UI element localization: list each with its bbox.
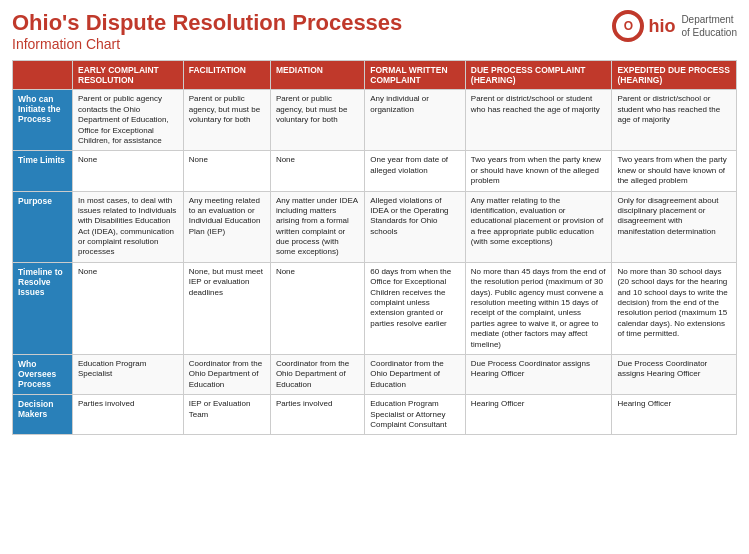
row-header-0: Who can Initiate the Process <box>13 90 73 151</box>
cell-r2-c0: In most cases, to deal with issues relat… <box>73 191 184 262</box>
page-title: Ohio's Dispute Resolution Processes <box>12 10 402 36</box>
cell-r4-c4: Due Process Coordinator assigns Hearing … <box>465 354 612 394</box>
cell-r2-c3: Alleged violations of IDEA or the Operat… <box>365 191 466 262</box>
row-header-3: Timeline to Resolve Issues <box>13 262 73 354</box>
ohio-logo: O hio <box>612 10 675 42</box>
col-header-fwc: FORMAL WRITTEN COMPLAINT <box>365 61 466 90</box>
cell-r2-c2: Any matter under IDEA including matters … <box>270 191 364 262</box>
cell-r3-c1: None, but must meet IEP or evaluation de… <box>183 262 270 354</box>
cell-r2-c5: Only for disagreement about disciplinary… <box>612 191 737 262</box>
cell-r3-c4: No more than 45 days from the end of the… <box>465 262 612 354</box>
page-header: Ohio's Dispute Resolution Processes Info… <box>12 10 737 52</box>
row-header-2: Purpose <box>13 191 73 262</box>
cell-r5-c0: Parties involved <box>73 395 184 435</box>
cell-r4-c5: Due Process Coordinator assigns Hearing … <box>612 354 737 394</box>
cell-r0-c4: Parent or district/school or student who… <box>465 90 612 151</box>
ohio-text: hio <box>648 16 675 37</box>
cell-r5-c3: Education Program Specialist or Attorney… <box>365 395 466 435</box>
ohio-o-icon: O <box>612 10 644 42</box>
cell-r0-c1: Parent or public agency, but must be vol… <box>183 90 270 151</box>
cell-r0-c3: Any individual or organization <box>365 90 466 151</box>
cell-r5-c5: Hearing Officer <box>612 395 737 435</box>
row-header-4: Who Oversees Process <box>13 354 73 394</box>
cell-r1-c2: None <box>270 151 364 191</box>
cell-r1-c3: One year from date of alleged violation <box>365 151 466 191</box>
cell-r2-c4: Any matter relating to the identificatio… <box>465 191 612 262</box>
col-header-edp: EXPEDITED DUE PROCESS (HEARING) <box>612 61 737 90</box>
cell-r5-c1: IEP or Evaluation Team <box>183 395 270 435</box>
table-row: PurposeIn most cases, to deal with issue… <box>13 191 737 262</box>
table-row: Timeline to Resolve IssuesNoneNone, but … <box>13 262 737 354</box>
cell-r5-c4: Hearing Officer <box>465 395 612 435</box>
col-header-ecr: EARLY COMPLAINT RESOLUTION <box>73 61 184 90</box>
table-row: Decision MakersParties involvedIEP or Ev… <box>13 395 737 435</box>
dept-text: Department of Education <box>681 13 737 39</box>
page-subtitle: Information Chart <box>12 36 402 52</box>
cell-r1-c5: Two years from when the party knew or sh… <box>612 151 737 191</box>
cell-r3-c5: No more than 30 school days (20 school d… <box>612 262 737 354</box>
row-header-1: Time Limits <box>13 151 73 191</box>
cell-r5-c2: Parties involved <box>270 395 364 435</box>
col-header-dpc: DUE PROCESS COMPLAINT (HEARING) <box>465 61 612 90</box>
cell-r4-c1: Coordinator from the Ohio Department of … <box>183 354 270 394</box>
cell-r2-c1: Any meeting related to an evaluation or … <box>183 191 270 262</box>
cell-r0-c0: Parent or public agency contacts the Ohi… <box>73 90 184 151</box>
cell-r4-c0: Education Program Specialist <box>73 354 184 394</box>
col-header-rowlabel <box>13 61 73 90</box>
table-row: Who can Initiate the ProcessParent or pu… <box>13 90 737 151</box>
cell-r0-c2: Parent or public agency, but must be vol… <box>270 90 364 151</box>
cell-r1-c0: None <box>73 151 184 191</box>
row-header-5: Decision Makers <box>13 395 73 435</box>
header-right: O hio Department of Education <box>612 10 737 42</box>
cell-r0-c5: Parent or district/school or student who… <box>612 90 737 151</box>
cell-r4-c3: Coordinator from the Ohio Department of … <box>365 354 466 394</box>
cell-r1-c1: None <box>183 151 270 191</box>
cell-r1-c4: Two years from when the party knew or sh… <box>465 151 612 191</box>
col-header-med: MEDIATION <box>270 61 364 90</box>
main-table: EARLY COMPLAINT RESOLUTION FACILITATION … <box>12 60 737 435</box>
table-row: Time LimitsNoneNoneNoneOne year from dat… <box>13 151 737 191</box>
cell-r3-c3: 60 days from when the Office for Excepti… <box>365 262 466 354</box>
col-header-fac: FACILITATION <box>183 61 270 90</box>
table-row: Who Oversees ProcessEducation Program Sp… <box>13 354 737 394</box>
cell-r4-c2: Coordinator from the Ohio Department of … <box>270 354 364 394</box>
cell-r3-c2: None <box>270 262 364 354</box>
page-container: Ohio's Dispute Resolution Processes Info… <box>0 0 749 445</box>
header-left: Ohio's Dispute Resolution Processes Info… <box>12 10 402 52</box>
cell-r3-c0: None <box>73 262 184 354</box>
